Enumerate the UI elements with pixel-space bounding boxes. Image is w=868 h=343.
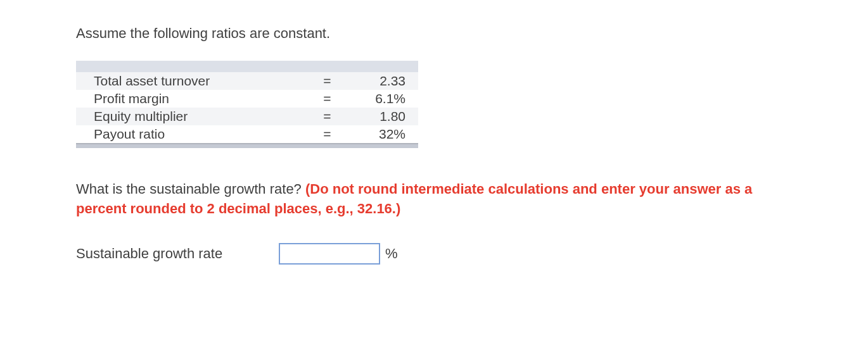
table-row: Equity multiplier = 1.80 [76, 108, 418, 125]
ratio-label: Total asset turnover [76, 72, 309, 90]
answer-input[interactable] [279, 243, 380, 265]
ratio-label: Profit margin [76, 90, 309, 108]
ratio-table-container: Total asset turnover = 2.33 Profit margi… [76, 61, 418, 148]
ratio-value: 2.33 [345, 72, 418, 90]
answer-label: Sustainable growth rate [76, 246, 279, 262]
table-row: Total asset turnover = 2.33 [76, 72, 418, 90]
ratio-table: Total asset turnover = 2.33 Profit margi… [76, 72, 418, 143]
unit-label: % [385, 246, 398, 262]
ratio-value: 1.80 [345, 108, 418, 125]
answer-row: Sustainable growth rate % [76, 243, 792, 265]
ratio-label: Payout ratio [76, 125, 309, 143]
question-plain: What is the sustainable growth rate? [76, 181, 305, 197]
question-text: What is the sustainable growth rate? (Do… [76, 180, 792, 219]
table-header-bar [76, 61, 418, 72]
table-footer-bar [76, 143, 418, 148]
equals-sign: = [309, 125, 345, 143]
ratio-value: 32% [345, 125, 418, 143]
equals-sign: = [309, 108, 345, 125]
equals-sign: = [309, 72, 345, 90]
table-row: Payout ratio = 32% [76, 125, 418, 143]
ratio-value: 6.1% [345, 90, 418, 108]
table-row: Profit margin = 6.1% [76, 90, 418, 108]
ratio-label: Equity multiplier [76, 108, 309, 125]
intro-text: Assume the following ratios are constant… [76, 25, 792, 42]
equals-sign: = [309, 90, 345, 108]
